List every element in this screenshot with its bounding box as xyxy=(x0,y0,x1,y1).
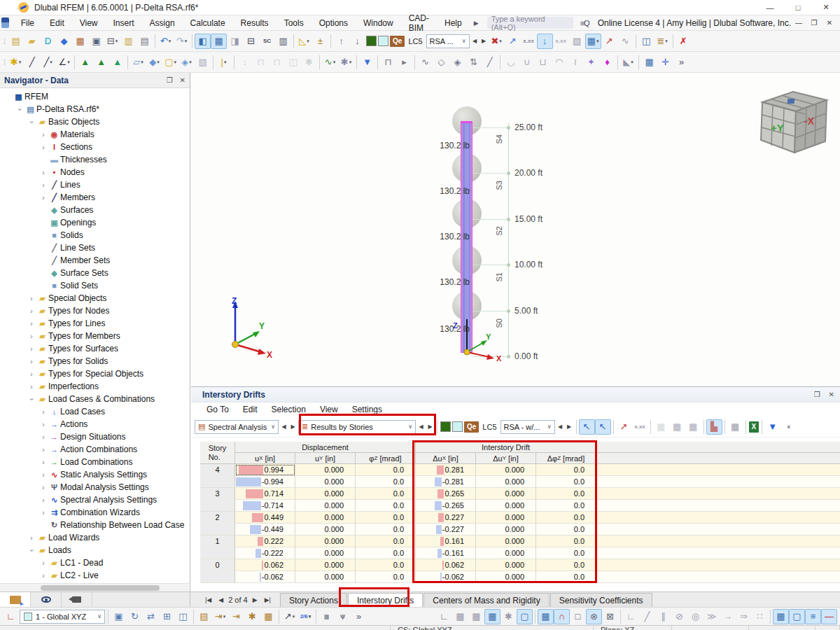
chevron-collapsed-icon[interactable]: › xyxy=(38,408,48,416)
swatch-cyan[interactable] xyxy=(378,36,388,46)
value-cell[interactable]: 0.222 xyxy=(235,536,295,547)
value-cell[interactable]: 0.0 xyxy=(356,571,416,583)
print-graphic-icon[interactable]: ⊟▾ xyxy=(104,34,120,49)
tree-item-types-for-special-objects[interactable]: › ▰ Types for Special Objects xyxy=(0,368,189,380)
value-cell[interactable]: 0.000 xyxy=(295,571,356,583)
analysis-type-combo[interactable]: ▤Spectral Analysis∨ xyxy=(195,420,279,434)
grid-new-icon[interactable]: ▦ xyxy=(468,609,484,624)
new-polyline-icon[interactable]: ∠▾ xyxy=(56,55,72,70)
chevron-expanded-icon[interactable]: › xyxy=(28,394,36,404)
menu-item-insert[interactable]: Insert xyxy=(106,15,142,31)
value-cell[interactable]: 0.000 xyxy=(476,571,536,583)
results-table[interactable]: StoryNo.DisplacementInterstory DriftuX [… xyxy=(200,442,840,583)
panel-menu-edit[interactable]: Edit xyxy=(236,405,265,414)
model-viewport[interactable]: 25.00 ft20.00 ft15.00 ft10.00 ft5.00 ft0… xyxy=(191,73,840,386)
story-number-cell[interactable]: 4 xyxy=(200,464,235,476)
grid-star-icon[interactable]: ✱ xyxy=(500,609,517,624)
chevron-collapsed-icon[interactable]: › xyxy=(38,144,48,151)
chevron-collapsed-icon[interactable]: › xyxy=(38,194,48,202)
tree-item-design-situations[interactable]: › → Design Situations xyxy=(0,430,189,443)
select-box-icon[interactable]: ▢ xyxy=(517,609,533,624)
chevron-collapsed-icon[interactable]: › xyxy=(38,496,48,504)
menu-item-assign[interactable]: Assign xyxy=(142,15,183,31)
tree-item-relationship-between-load-case[interactable]: ↻ Relationship Between Load Case xyxy=(0,519,189,531)
snap-ellipse-icon[interactable]: ◎ xyxy=(687,609,704,624)
new-node-icon[interactable]: ✱▾ xyxy=(8,55,24,70)
tree-item-load-cases-combinations[interactable]: › ▰ Load Cases & Combinations xyxy=(0,393,189,405)
snap-guide-2-icon[interactable]: → xyxy=(720,609,736,624)
value-cell[interactable]: 0.000 xyxy=(476,536,536,547)
value-cell[interactable]: -0.161 xyxy=(416,547,476,559)
rsa-combo[interactable]: RSA - w/...∨ xyxy=(500,420,555,434)
result-tab-story-actions[interactable]: Story Actions xyxy=(280,593,347,607)
story-number-cell[interactable]: 1 xyxy=(200,536,235,547)
clipping-box-icon[interactable]: ⊓ xyxy=(380,55,396,70)
display-marquee-icon[interactable]: ▢ xyxy=(789,609,805,624)
chevron-collapsed-icon[interactable]: › xyxy=(38,572,48,580)
value-cell[interactable]: -0.281 xyxy=(416,476,476,488)
new-entry-icon[interactable]: ▥ xyxy=(120,34,136,49)
snap-parallel-icon[interactable]: ∥ xyxy=(655,609,671,624)
chart-columns-icon[interactable]: ▙ xyxy=(706,419,722,435)
redo-icon[interactable]: ↷▾ xyxy=(174,34,190,49)
chevron-collapsed-icon[interactable]: › xyxy=(27,534,36,542)
work-plane-icon[interactable]: ∟ xyxy=(436,609,452,624)
panel-menu-view[interactable]: View xyxy=(313,405,345,414)
value-cell[interactable]: 0.000 xyxy=(476,559,536,571)
snap-square-icon[interactable]: □ xyxy=(570,609,586,624)
chevron-collapsed-icon[interactable]: › xyxy=(38,446,48,454)
chevron-expanded-icon[interactable]: › xyxy=(28,545,36,555)
select-result-2-icon[interactable]: ↖ xyxy=(595,419,611,435)
dlubal-connect-icon[interactable]: D xyxy=(40,34,56,49)
value-cell[interactable]: 0.0 xyxy=(536,559,596,571)
snap-square-x-icon[interactable]: ⊠ xyxy=(602,609,618,624)
snap-magnet-icon[interactable]: ∩ xyxy=(554,609,570,624)
tree-item-surface-sets[interactable]: ◆ Surface Sets xyxy=(0,267,189,279)
dimension-lines-icon[interactable]: ||| xyxy=(318,609,335,624)
select-result-1-icon[interactable]: ↖ xyxy=(579,419,595,435)
new-model-icon[interactable]: ▤ xyxy=(8,34,24,49)
result-grid-icon[interactable]: ▦▾ xyxy=(585,34,601,49)
table-row[interactable]: 30.7140.0000.00.2650.0000.0 xyxy=(200,488,840,500)
value-cell[interactable]: 0.0 xyxy=(356,464,416,476)
value-cell[interactable]: 0.000 xyxy=(295,559,356,571)
grid-table-icon[interactable]: ▦ xyxy=(641,55,657,70)
dimension-angle-icon[interactable]: \|/ xyxy=(335,609,351,624)
navigator-tab-views[interactable] xyxy=(62,592,92,607)
chevron-expanded-icon[interactable]: › xyxy=(16,104,24,114)
navigator-panel-icon[interactable]: ◧ xyxy=(195,34,211,49)
navigator-hscrollbar[interactable] xyxy=(0,583,189,592)
panel-menu-go-to[interactable]: Go To xyxy=(200,405,236,414)
mirror-object-icon[interactable]: ⇄ xyxy=(143,609,159,624)
case-next-arrow[interactable]: ▶ xyxy=(565,421,574,433)
table-row[interactable]: 20.4490.0000.00.2270.0000.0 xyxy=(200,512,840,524)
table-plain-icon[interactable]: ▦ xyxy=(727,419,743,435)
value-cell[interactable]: 0.0 xyxy=(536,536,596,547)
table-row[interactable]: 40.9940.0000.00.2810.0000.0 xyxy=(200,464,840,476)
show-loads-icon[interactable]: ↓ xyxy=(537,34,553,49)
story-number-cell[interactable] xyxy=(200,476,235,488)
value-cell[interactable]: 0.449 xyxy=(235,512,295,524)
tree-item-members[interactable]: › ╱ Members xyxy=(0,191,189,204)
tree-item-lc2-live[interactable]: › ▰ LC2 - Live xyxy=(0,569,189,582)
value-cell[interactable]: 0.0 xyxy=(536,488,596,500)
menu-item-cad-bim[interactable]: CAD-BIM xyxy=(401,15,437,31)
copy-object-icon[interactable]: ⊞ xyxy=(159,609,175,624)
case-swatch-cyan[interactable] xyxy=(452,421,463,432)
table-gray-icon[interactable]: ▦ xyxy=(653,419,669,435)
result-tab-interstory-drifts[interactable]: Interstory Drifts xyxy=(348,593,423,607)
formula-tool-icon[interactable]: ± xyxy=(312,34,328,49)
first-page-button[interactable]: |◀ xyxy=(203,596,214,603)
view-cube[interactable]: +Y -X xyxy=(751,81,839,164)
diagram-2-icon[interactable]: ∪ xyxy=(519,55,535,70)
chevron-collapsed-icon[interactable]: › xyxy=(38,421,48,428)
decimal-display-icon[interactable]: x.xx xyxy=(521,34,537,49)
results-by-combo[interactable]: ≣Results by Stories∨ xyxy=(298,420,416,434)
value-cell[interactable]: 0.000 xyxy=(295,536,356,547)
panel-menu-settings[interactable]: Settings xyxy=(345,405,389,414)
export-loads-icon[interactable]: ↓ xyxy=(349,34,365,49)
tree-item-materials[interactable]: › ◉ Materials xyxy=(0,128,189,141)
navigator-float-icon[interactable]: ❐ xyxy=(167,76,173,84)
value-cell[interactable]: 0.0 xyxy=(356,500,416,512)
story-number-cell[interactable] xyxy=(200,500,235,512)
